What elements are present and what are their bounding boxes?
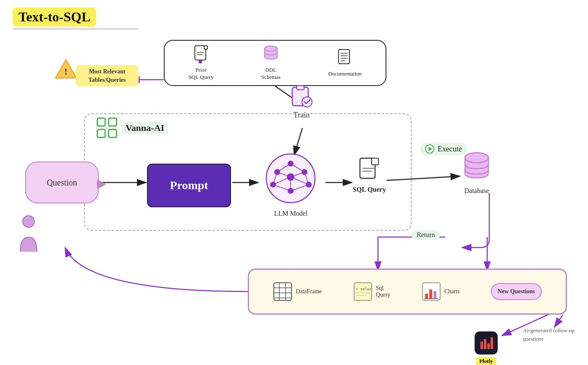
charts-item: Charts bbox=[422, 282, 460, 301]
svg-point-17 bbox=[265, 46, 277, 51]
svg-rect-12 bbox=[204, 46, 207, 49]
plotly-container: Plotly bbox=[475, 331, 498, 365]
svg-rect-18 bbox=[339, 50, 349, 64]
execute-text: Execute bbox=[438, 145, 462, 154]
warning-triangle: ! bbox=[55, 58, 78, 81]
svg-rect-24 bbox=[297, 86, 304, 90]
vanna-grid-icon bbox=[97, 117, 117, 138]
title-box: Text-to-SQL bbox=[13, 8, 96, 26]
output-box: DataFrame > select... SqlQuery Charts bbox=[248, 269, 567, 315]
svg-text:!: ! bbox=[64, 66, 67, 77]
database-right: Database bbox=[462, 151, 491, 195]
vanna-label: Vanna-AI bbox=[97, 117, 168, 138]
svg-rect-47 bbox=[372, 158, 378, 165]
top-sources-box: PriorSQL Query DDLSchemas Documentation bbox=[164, 40, 386, 86]
prior-sql-item: PriorSQL Query bbox=[189, 45, 214, 81]
svg-rect-66 bbox=[429, 289, 432, 299]
prior-sql-label: PriorSQL Query bbox=[189, 67, 214, 81]
person-figure bbox=[16, 214, 41, 253]
sql-query-output-item: > select... SqlQuery bbox=[353, 282, 391, 301]
svg-rect-71 bbox=[487, 343, 490, 349]
relevant-badge: Most Relevant Tables/Queries bbox=[76, 65, 139, 86]
sql-query-container: SQL Query bbox=[353, 157, 386, 193]
database-label: Database bbox=[465, 187, 489, 195]
documentation-label: Documentation bbox=[328, 70, 362, 78]
svg-rect-15 bbox=[199, 60, 202, 63]
plotly-icon bbox=[475, 331, 498, 355]
question-label: Question bbox=[47, 178, 77, 188]
execute-label: Execute bbox=[420, 143, 467, 155]
charts-label: Charts bbox=[444, 288, 460, 295]
page-title: Text-to-SQL bbox=[18, 9, 90, 24]
svg-rect-67 bbox=[433, 291, 436, 299]
llm-label: LLM Model bbox=[274, 210, 308, 217]
dataframe-label: DataFrame bbox=[296, 288, 322, 295]
svg-point-26 bbox=[23, 216, 34, 227]
svg-rect-69 bbox=[480, 342, 483, 349]
prompt-box: Prompt bbox=[147, 164, 231, 207]
svg-text:> select...: > select... bbox=[356, 287, 373, 291]
vanna-ai-text: Vanna-AI bbox=[121, 122, 168, 134]
prompt-label: Prompt bbox=[170, 179, 208, 192]
return-label: Return bbox=[412, 230, 440, 240]
new-questions-item: New Questions bbox=[491, 283, 542, 300]
llm-container: LLM Model bbox=[256, 151, 326, 217]
new-questions-bubble: New Questions bbox=[491, 283, 542, 300]
svg-rect-72 bbox=[491, 337, 493, 349]
dataframe-item: DataFrame bbox=[273, 282, 322, 301]
ddl-schemas-label: DDLSchemas bbox=[261, 67, 281, 81]
ai-generated-label: AI-generated follow-up questions bbox=[523, 326, 586, 343]
svg-point-53 bbox=[465, 153, 488, 163]
svg-rect-60 bbox=[354, 283, 372, 300]
documentation-item: Documentation bbox=[328, 49, 362, 78]
question-bubble: Question bbox=[25, 162, 99, 203]
plotly-label: Plotly bbox=[476, 357, 496, 365]
title-underline bbox=[13, 29, 139, 29]
sql-query-output-label: SqlQuery bbox=[376, 285, 391, 298]
svg-point-25 bbox=[302, 97, 312, 107]
ddl-schemas-item: DDLSchemas bbox=[261, 45, 281, 81]
svg-rect-65 bbox=[425, 294, 428, 299]
svg-rect-70 bbox=[484, 339, 486, 349]
sql-query-label: SQL Query bbox=[353, 186, 386, 193]
